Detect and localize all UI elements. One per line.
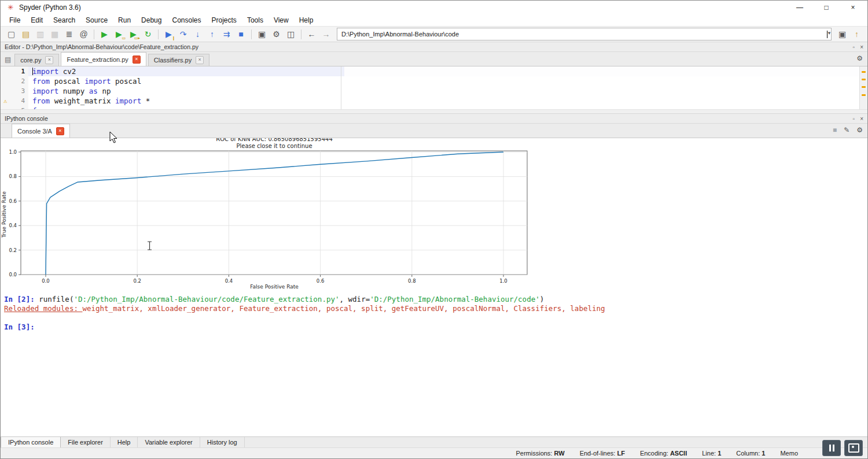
pane-tab-history-log[interactable]: History log [200,437,245,447]
symbol-finder-button[interactable]: @ [76,28,91,40]
close-pane-icon[interactable]: × [860,116,863,122]
menu-view[interactable]: View [269,16,294,25]
console-segment: In [ [4,295,21,303]
overlay-buttons [822,440,863,456]
run-cell-icon: ▶ [116,29,122,39]
run-button[interactable]: ▶ [97,28,112,40]
line-number: 5 [10,106,28,109]
close-pane-icon[interactable]: × [860,44,863,50]
editor-pane-title: Editor - D:\Python_Imp\Abnormal-Behaviou… [5,43,198,50]
status-bar: Permissions: RWEnd-of-lines: LFEncoding:… [1,447,867,458]
stop-debug-button[interactable]: ■ [234,28,248,40]
menu-edit[interactable]: Edit [25,16,48,25]
title-bar: ✳ Spyder (Python 3.6) — □ × [1,1,867,14]
working-directory-combo[interactable]: D:\Python_Imp\Abnormal-Behaviour\code ▼ [337,28,832,40]
menu-file[interactable]: File [4,16,25,25]
python-packages-button[interactable]: ◫ [284,28,298,40]
pane-tab-ipython-console[interactable]: IPython console [1,437,61,447]
maximize-pane-button[interactable]: ▣ [255,28,269,40]
browse-tabs-icon[interactable]: ▤ [5,55,11,64]
editor-tab-classifiers-py[interactable]: Classifiers.py× [148,54,209,66]
edit-icon[interactable]: ✎ [844,126,849,134]
code-line-2[interactable]: 2from poscal import poscal [1,76,867,86]
pane-switcher-tabs: IPython consoleFile explorerHelpVariable… [1,436,867,447]
open-file-icon: ▤ [22,29,30,39]
code-line-5[interactable]: 5from [1,106,867,109]
undock-icon[interactable]: ▫ [853,44,855,50]
run-cell-advance-button[interactable]: ▶▭▸ [126,28,141,40]
menu-tools[interactable]: Tools [242,16,269,25]
run-cell-button[interactable]: ▶▭ [112,28,126,40]
menu-search[interactable]: Search [48,16,80,25]
console-line [4,313,864,323]
console-tab[interactable]: Console 3/A × [12,124,70,138]
ipython-console[interactable]: 0.00.20.40.60.81.00.00.20.40.60.81.0ROC … [1,138,867,436]
back-button[interactable]: ← [304,28,319,40]
console-segment: runfile( [39,295,73,303]
screen-share-button[interactable] [844,440,863,456]
minimize-button[interactable]: — [786,1,813,14]
tab-close-icon[interactable]: × [45,56,53,64]
code-token: import [32,67,58,76]
svg-text:0.8: 0.8 [9,173,17,179]
step-over-button[interactable]: ↷ [176,28,190,40]
code-token: from [32,97,50,105]
code-line-4[interactable]: ⚠4from weight_matrix import * [1,96,867,106]
step-into-button[interactable]: ↓ [190,28,205,40]
maximize-button[interactable]: □ [813,1,840,14]
code-editor[interactable]: 1import cv22from poscal import poscal3im… [1,66,867,109]
editor-tab-bar: ▤ core.py×Feature_extraction.py×Classifi… [1,52,867,66]
undock-icon[interactable]: ▫ [853,116,855,122]
tab-close-icon[interactable]: × [133,55,141,64]
code-line-1[interactable]: 1import cv2 [1,66,867,76]
inspect-icon[interactable]: ■ [833,126,837,134]
close-button[interactable]: × [840,1,866,14]
menu-source[interactable]: Source [80,16,113,25]
pane-splitter[interactable] [1,109,867,114]
line-number: 2 [10,76,28,86]
browse-working-directory-button[interactable]: ▣ [835,28,849,40]
editor-tab-core-py[interactable]: core.py× [14,54,59,66]
menu-debug[interactable]: Debug [136,16,167,25]
warning-flag [862,79,866,80]
code-token [50,106,54,109]
console-segment: ]: [26,295,39,303]
pane-tab-file-explorer[interactable]: File explorer [61,437,111,447]
menu-help[interactable]: Help [294,16,319,25]
save-all-button[interactable]: ▦ [47,28,62,40]
step-return-button[interactable]: ↑ [205,28,219,40]
parent-directory-button[interactable]: ↑ [849,28,864,40]
menu-projects[interactable]: Projects [207,16,242,25]
pane-tab-variable-explorer[interactable]: Variable explorer [138,437,200,447]
preferences-button[interactable]: ⚙ [269,28,284,40]
pause-button[interactable] [822,440,841,456]
code-line-3[interactable]: 3import numpy as np [1,86,867,96]
options-gear-icon[interactable]: ⚙ [856,126,863,134]
new-file-button[interactable]: ▢ [4,28,19,40]
toolbar-separator [158,29,159,39]
tab-close-icon[interactable]: × [56,127,64,135]
working-directory-value: D:\Python_Imp\Abnormal-Behaviour\code [341,31,459,38]
file-switcher-button[interactable]: ≣ [62,28,76,40]
editor-tab-feature-extraction-py[interactable]: Feature_extraction.py× [61,52,146,66]
debug-continue-button[interactable]: ⇉ [219,28,234,40]
console-segment: ) [540,295,545,303]
editor-scroll-flag-area[interactable] [859,66,867,109]
forward-button[interactable]: → [319,28,333,40]
warning-flag [862,71,866,73]
re-run-button[interactable]: ↻ [141,28,155,40]
symbol-finder-icon: @ [79,29,87,39]
editor-options-gear-icon[interactable]: ⚙ [856,54,863,62]
code-token: from [32,77,50,86]
console-segment: Reloaded modules: [4,304,82,313]
status-end-of-lines: End-of-lines: LF [580,450,625,457]
tab-close-icon[interactable]: × [196,56,204,64]
open-file-button[interactable]: ▤ [19,28,33,40]
pane-tab-help[interactable]: Help [111,437,138,447]
save-file-button[interactable]: ▥ [33,28,47,40]
debug-file-button[interactable]: ▶❙ [161,28,176,40]
menu-run[interactable]: Run [113,16,136,25]
menu-consoles[interactable]: Consoles [167,16,206,25]
console-line: Reloaded modules: weight_matrix, xmlLoad… [4,304,864,313]
gutter-spacer [1,66,10,76]
